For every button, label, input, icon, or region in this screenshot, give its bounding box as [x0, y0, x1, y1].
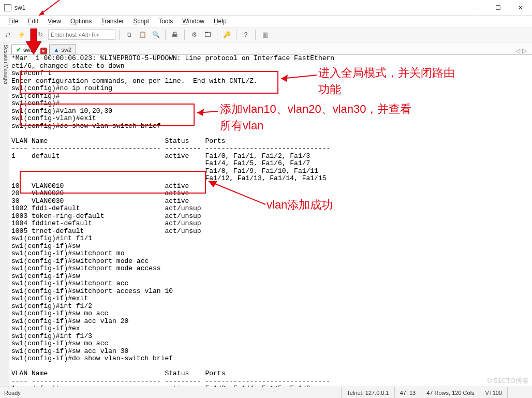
new-tab-icon[interactable]: ▥ [259, 29, 271, 40]
session-manager-panel[interactable]: Session Manager [0, 42, 9, 387]
maximize-button[interactable]: ☐ [486, 0, 509, 16]
connect-icon[interactable]: ⇄ [2, 29, 13, 40]
toolbar: ⇄ ⚡ ↻ ⧉ 📋 🔍 🖶 ⚙ 🗔 🔑 ? ▥ [0, 27, 532, 42]
menu-tools[interactable]: Tools [154, 18, 177, 25]
tab-label: sw1 [23, 47, 34, 53]
copy-icon[interactable]: ⧉ [123, 29, 135, 40]
key-icon[interactable]: 🔑 [221, 29, 232, 40]
options-icon[interactable]: ⚙ [188, 29, 200, 40]
separator [165, 30, 166, 40]
connected-icon: ✔ [16, 46, 21, 53]
tab-label: sw2 [61, 47, 71, 53]
close-button[interactable]: ✕ [509, 0, 532, 16]
tabs-row: ✔ sw1 ✕ ▲ sw2 ◁ ▷ [9, 42, 532, 55]
tab-sw2[interactable]: ▲ sw2 [49, 44, 76, 54]
content-area: ✔ sw1 ✕ ▲ sw2 ◁ ▷ *Mar 1 00:00:06.023: %… [9, 42, 532, 387]
help-icon[interactable]: ? [240, 29, 252, 40]
print-icon[interactable]: 🖶 [169, 29, 181, 40]
tab-next-icon[interactable]: ▷ [522, 47, 527, 54]
status-size: 47 Rows, 120 Cols [421, 387, 479, 398]
status-connection: Telnet: 127.0.0.1 [341, 387, 394, 398]
tab-prev-icon[interactable]: ◁ [515, 47, 520, 54]
paste-icon[interactable]: 📋 [137, 29, 148, 40]
tab-sw1[interactable]: ✔ sw1 [11, 44, 38, 54]
separator [31, 30, 31, 40]
separator [184, 30, 185, 40]
menu-help[interactable]: Help [210, 18, 231, 25]
menubar: File Edit View Options Transfer Script T… [0, 16, 532, 27]
separator [255, 30, 256, 40]
status-extra [507, 387, 528, 398]
session-icon: ▲ [54, 47, 60, 53]
titlebar: sw1 ─ ☐ ✕ [0, 0, 532, 16]
host-input[interactable] [48, 30, 115, 40]
find-icon[interactable]: 🔍 [150, 29, 161, 40]
separator [119, 30, 120, 40]
menu-view[interactable]: View [43, 18, 65, 25]
menu-edit[interactable]: Edit [23, 18, 42, 25]
menu-script[interactable]: Script [129, 18, 154, 25]
menu-options[interactable]: Options [66, 18, 96, 25]
menu-transfer[interactable]: Transfer [97, 18, 128, 25]
separator [236, 30, 237, 40]
watermark: © 51CTO博客 [487, 376, 529, 386]
status-ready: Ready [4, 387, 26, 398]
close-tab-icon[interactable]: ✕ [40, 48, 47, 54]
app-icon [4, 4, 11, 11]
status-term: VT100 [480, 387, 507, 398]
main-area: Session Manager ✔ sw1 ✕ ▲ sw2 ◁ ▷ *Mar 1… [0, 42, 532, 387]
status-cursor-pos: 47, 13 [394, 387, 421, 398]
terminal-output[interactable]: *Mar 1 00:00:06.023: %LINEPROTO-5-UPDOWN… [9, 55, 532, 387]
menu-window[interactable]: Window [178, 18, 209, 25]
minimize-button[interactable]: ─ [464, 0, 486, 16]
session-options-icon[interactable]: 🗔 [202, 29, 213, 40]
separator [217, 30, 217, 40]
window-title: sw1 [14, 4, 25, 11]
statusbar: Ready Telnet: 127.0.0.1 47, 13 47 Rows, … [0, 387, 532, 398]
menu-file[interactable]: File [4, 18, 22, 25]
quick-connect-icon[interactable]: ⚡ [16, 29, 27, 40]
reconnect-icon[interactable]: ↻ [35, 29, 46, 40]
